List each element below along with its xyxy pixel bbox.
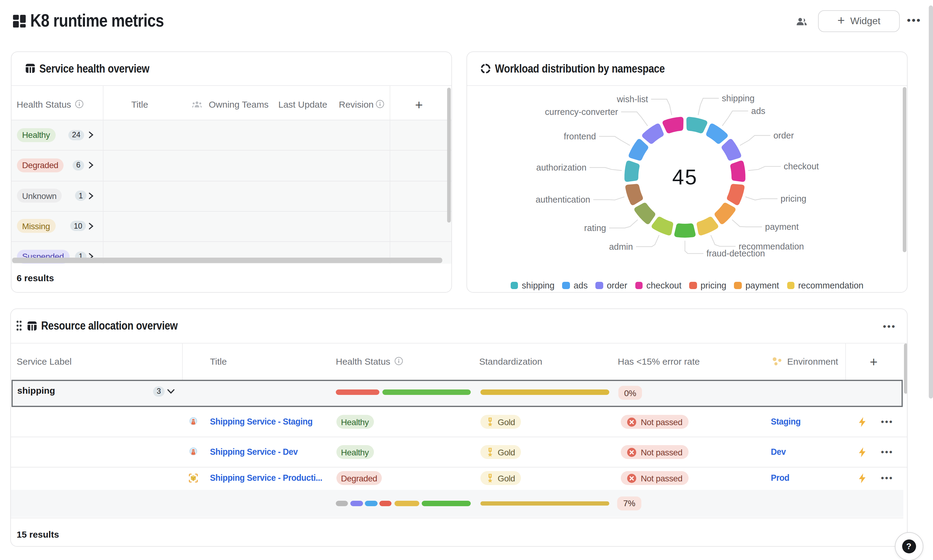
svg-text:currency-converter: currency-converter (545, 107, 618, 117)
svg-text:authentication: authentication (536, 195, 590, 205)
svg-text:wish-list: wish-list (617, 94, 648, 104)
svg-text:order: order (773, 131, 794, 140)
svg-text:shipping: shipping (722, 94, 754, 103)
svg-text:payment: payment (765, 222, 799, 232)
svg-text:rating: rating (584, 223, 606, 233)
svg-text:checkout: checkout (784, 162, 819, 171)
svg-text:frontend: frontend (564, 132, 596, 141)
svg-text:admin: admin (609, 242, 633, 252)
svg-text:authorization: authorization (536, 163, 587, 172)
svg-text:fraud-detection: fraud-detection (707, 249, 765, 258)
svg-text:pricing: pricing (781, 194, 806, 203)
svg-text:ads: ads (751, 106, 765, 116)
